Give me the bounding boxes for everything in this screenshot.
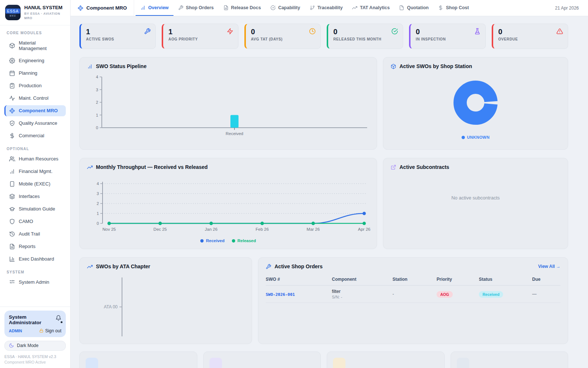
ata-bar-chart: ATA 00 <box>87 276 244 338</box>
sidebar-item-human-resources[interactable]: Human Resources <box>4 153 66 164</box>
pipeline-bar-chart: 43210Received <box>87 74 369 144</box>
calendar-icon <box>9 70 15 76</box>
sidebar-item-label: Audit Trail <box>19 231 40 237</box>
stat-label: ACTIVE SWOS <box>86 37 150 41</box>
sidebar-item-system-admin[interactable]: System Admin <box>4 277 66 288</box>
sidebar-item-exec-dashboard[interactable]: Exec Dashboard <box>4 254 66 265</box>
check-circle-icon <box>391 28 398 36</box>
tab-shop-orders[interactable]: Shop Orders <box>173 0 219 16</box>
tab-label: Capability <box>278 5 300 10</box>
dark-mode-toggle[interactable]: Dark Mode <box>4 341 66 351</box>
sidebar-item-label: Planning <box>19 70 37 76</box>
shop-station-donut-chart <box>448 75 503 130</box>
app-title: HANUL SYSTEM <box>24 5 65 10</box>
sidebar-item-quality-assurance[interactable]: Quality Assurance <box>4 118 66 129</box>
smartphone-icon <box>9 181 15 187</box>
svg-text:Dec 25: Dec 25 <box>154 227 167 231</box>
trending-up-icon <box>87 164 93 170</box>
dollar-icon <box>438 5 443 10</box>
stat-card-released-this-month: 0RELEASED THIS MONTH <box>327 24 403 49</box>
stat-value: 1 <box>86 28 150 36</box>
tab-label: Quotation <box>407 5 429 10</box>
notifications-bell[interactable] <box>55 315 61 322</box>
sidebar-section-label: CORE MODULES <box>7 31 64 35</box>
sidebar-item-material-management[interactable]: Material Management <box>4 38 66 54</box>
swo-link[interactable]: SWO-2026-001 <box>266 292 295 297</box>
sidebar-item-reports[interactable]: Reports <box>4 241 66 252</box>
stat-label: AVG TAT (DAYS) <box>251 37 315 41</box>
sidebar-item-financial-mgmt[interactable]: Financial Mgmt. <box>4 166 66 177</box>
stat-label: OVERDUE <box>498 37 563 41</box>
bar-chart-icon <box>87 64 93 69</box>
bottom-card-4 <box>451 351 569 368</box>
legend-dot <box>232 239 235 243</box>
subcontracts-card-title: Active Subcontracts <box>399 164 449 170</box>
git-branch-icon <box>310 5 315 10</box>
app-logo: ESSA MRO <box>5 5 21 20</box>
sidebar-item-label: Component MRO <box>19 108 58 113</box>
shop-orders-table: SWO #ComponentStationPriorityStatusDue S… <box>266 275 560 303</box>
stat-value: 0 <box>416 28 480 36</box>
tab-label: Shop Cost <box>446 5 469 10</box>
sidebar-footer: ESSA · HANUL SYSTEM v2.3 Component MRO A… <box>4 354 66 365</box>
stat-value: 0 <box>498 28 563 36</box>
bottom-card-3 <box>327 351 445 368</box>
wrench-icon <box>178 5 183 10</box>
swo-cell: SWO-2026-001 <box>266 291 332 297</box>
bottom-card-icon-tile <box>457 358 469 368</box>
table-row: SWO-2026-001filterS/N: --AOGReceived— <box>266 286 560 303</box>
component-cell: filterS/N: - <box>332 289 392 299</box>
sidebar-item-label: Material Management <box>19 40 62 51</box>
legend-label: Received <box>206 238 225 243</box>
sidebar-item-interfaces[interactable]: Interfaces <box>4 191 66 202</box>
subcontracts-empty-state: No active subcontracts <box>391 170 560 225</box>
throughput-line-chart: 01234Nov 25Dec 25Jan 26Feb 26Mar 26Apr 2… <box>87 174 369 237</box>
sidebar-item-commercial[interactable]: Commercial <box>4 130 66 141</box>
swo-status-pipeline-card: SWO Status Pipeline 43210Received <box>79 57 377 150</box>
tab-tat-analytics[interactable]: TAT Analytics <box>347 0 394 16</box>
tab-overview[interactable]: Overview <box>136 0 173 16</box>
sidebar-item-mobile-exec[interactable]: Mobile (EXEC) <box>4 178 66 190</box>
gear-icon <box>9 58 15 64</box>
dark-mode-label: Dark Mode <box>17 343 39 348</box>
sidebar-item-camo[interactable]: CAMO <box>4 216 66 227</box>
external-link-icon <box>391 164 396 170</box>
sign-out-button[interactable]: Sign out <box>39 328 61 333</box>
sidebar-item-label: Mobile (EXEC) <box>19 181 50 187</box>
sidebar-bottom: System Administrator ADMIN Sign out Dark… <box>0 307 70 368</box>
layers-icon <box>9 194 15 199</box>
legend-label: Released <box>237 238 256 243</box>
shop-orders-card-title: Active Shop Orders <box>275 263 323 269</box>
sidebar-item-planning[interactable]: Planning <box>4 68 66 79</box>
stat-label: AOG PRIORITY <box>168 37 233 41</box>
sidebar-item-label: Quality Assurance <box>19 120 57 126</box>
tab-label: Release Docs <box>231 5 261 10</box>
sign-out-label: Sign out <box>45 328 61 333</box>
tab-capability[interactable]: Capability <box>266 0 305 16</box>
sidebar-item-maint-control[interactable]: Maint. Control <box>4 93 66 104</box>
sidebar-item-production[interactable]: Production <box>4 80 66 91</box>
sidebar-item-simulation-guide[interactable]: Simulation Guide <box>4 204 66 215</box>
tab-quotation[interactable]: Quotation <box>394 0 433 16</box>
sidebar-item-engineering[interactable]: Engineering <box>4 55 66 66</box>
legend-label: UNKNOWN <box>467 135 490 139</box>
app-logo-block: ESSA MRO HANUL SYSTEM BY ESSA · AVIATION… <box>0 0 70 25</box>
column-header-due: Due <box>532 277 560 282</box>
tab-release-docs[interactable]: Release Docs <box>219 0 266 16</box>
sidebar-item-component-mro[interactable]: Component MRO <box>4 105 66 116</box>
tab-shop-cost[interactable]: Shop Cost <box>433 0 474 16</box>
tab-traceability[interactable]: Traceability <box>305 0 348 16</box>
sidebar-item-label: Simulation Guide <box>19 206 55 212</box>
version-line: ESSA · HANUL SYSTEM v2.3 <box>4 354 66 360</box>
bottom-card-icon-tile <box>333 358 345 368</box>
user-card: System Administrator ADMIN Sign out <box>4 311 66 337</box>
sidebar-item-audit-trail[interactable]: Audit Trail <box>4 229 66 240</box>
notification-dot <box>61 321 62 323</box>
file-text-icon <box>9 244 15 250</box>
legend-item-unknown: UNKNOWN <box>462 135 490 139</box>
sidebar-item-label: Production <box>19 83 42 88</box>
sidebar: ESSA MRO HANUL SYSTEM BY ESSA · AVIATION… <box>0 0 71 368</box>
view-all-link[interactable]: View All → <box>538 264 560 269</box>
sidebar-item-label: System Admin <box>19 279 49 285</box>
module-brand: Component MRO <box>71 0 134 16</box>
